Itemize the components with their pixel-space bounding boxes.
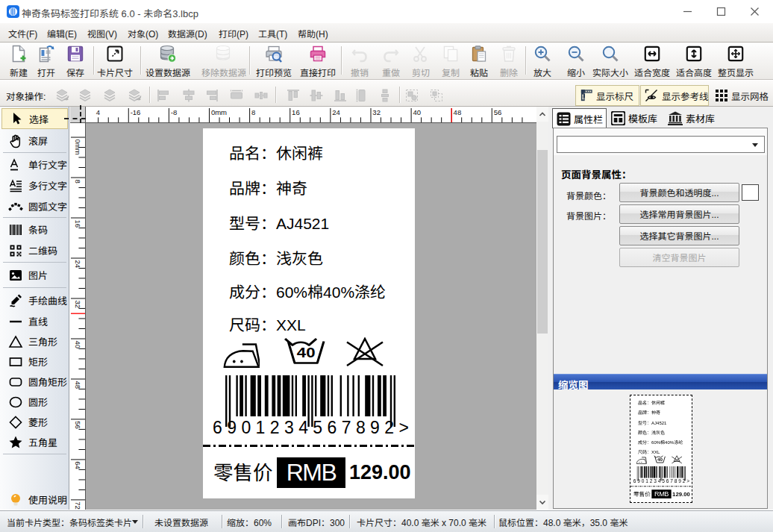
svg-text:8: 8 xyxy=(251,108,255,116)
svg-text:40: 40 xyxy=(74,340,82,348)
svg-text:16: 16 xyxy=(74,219,82,228)
svg-text:56: 56 xyxy=(494,108,502,116)
svg-text:40: 40 xyxy=(413,108,422,116)
svg-text:24: 24 xyxy=(74,260,82,268)
svg-text:72: 72 xyxy=(74,501,82,510)
svg-text:40: 40 xyxy=(297,345,316,360)
svg-text:0mm: 0mm xyxy=(211,108,227,116)
svg-text:48: 48 xyxy=(74,381,82,389)
svg-text:-8: -8 xyxy=(171,108,177,116)
svg-text:48: 48 xyxy=(454,108,462,116)
svg-text:16: 16 xyxy=(292,108,300,116)
svg-text:32: 32 xyxy=(372,108,381,116)
svg-text:-16: -16 xyxy=(131,108,141,116)
svg-text:8: 8 xyxy=(74,179,82,183)
svg-text:56: 56 xyxy=(74,421,82,429)
svg-text:24: 24 xyxy=(332,108,340,116)
svg-text:0mm: 0mm xyxy=(74,139,82,154)
svg-text:32: 32 xyxy=(74,300,82,308)
svg-text:4: 4 xyxy=(96,108,101,116)
svg-text:64: 64 xyxy=(74,461,82,469)
svg-text:40: 40 xyxy=(657,457,663,462)
